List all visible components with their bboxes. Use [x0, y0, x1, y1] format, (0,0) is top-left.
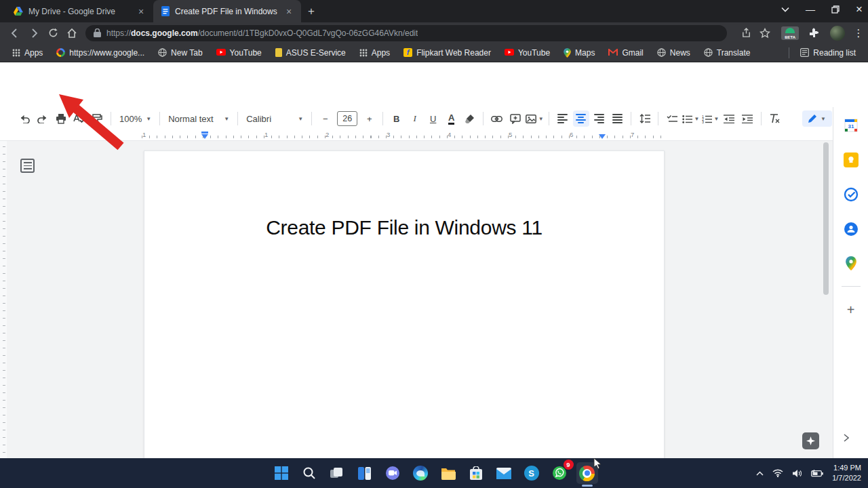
contacts-icon[interactable] [844, 222, 859, 237]
teams-chat-button[interactable] [382, 462, 403, 484]
editing-mode-button[interactable]: ▼ [802, 110, 832, 127]
tab-docs-active[interactable]: Create PDF File in Windows 11.d × [153, 0, 301, 22]
increase-font-size-button[interactable]: + [361, 110, 378, 127]
new-tab-button[interactable]: + [308, 5, 315, 18]
line-spacing-icon[interactable] [637, 110, 653, 127]
extensions-puzzle-icon[interactable] [804, 28, 823, 39]
tab-close-icon[interactable]: × [283, 6, 294, 17]
bookmark-gmail[interactable]: Gmail [603, 47, 648, 59]
decrease-indent-icon[interactable] [721, 110, 737, 127]
file-explorer-button[interactable] [437, 462, 459, 484]
bulleted-list-icon[interactable]: ▼ [682, 110, 700, 127]
bookmark-google[interactable]: https://www.google... [51, 47, 150, 59]
tab-close-icon[interactable]: × [136, 6, 146, 17]
start-button[interactable] [271, 462, 292, 484]
home-icon[interactable] [62, 28, 81, 39]
hidden-icons-chevron-icon[interactable] [756, 471, 764, 476]
skype-button[interactable]: S [521, 462, 542, 484]
back-icon[interactable] [5, 28, 24, 39]
bookmark-flipkart[interactable]: f Flipkart Web Reader [398, 47, 496, 59]
wifi-icon[interactable] [772, 469, 783, 477]
checklist-icon[interactable] [664, 110, 680, 127]
bookmark-news[interactable]: News [652, 47, 696, 59]
tasks-icon[interactable] [844, 187, 859, 202]
microsoft-store-button[interactable] [465, 462, 487, 484]
whatsapp-button[interactable]: 9 [549, 462, 570, 484]
edge-button[interactable] [410, 462, 431, 484]
reload-icon[interactable] [43, 28, 62, 38]
bookmark-youtube-2[interactable]: YouTube [499, 47, 555, 59]
document-outline-icon[interactable] [20, 159, 35, 173]
forward-icon[interactable] [24, 28, 43, 39]
align-justify-icon[interactable] [610, 110, 626, 127]
print-icon[interactable] [53, 110, 69, 127]
font-select[interactable]: Calibri▼ [242, 114, 307, 124]
lock-icon[interactable] [94, 28, 101, 37]
volume-icon[interactable] [792, 469, 802, 478]
text-color-button[interactable]: A [443, 110, 460, 127]
document-page[interactable]: Create PDF File in Windows 11 [144, 150, 665, 458]
mail-button[interactable] [493, 462, 515, 484]
tab-search-chevron-icon[interactable] [781, 7, 789, 12]
clear-formatting-icon[interactable] [766, 110, 783, 127]
bookmark-star-icon[interactable] [755, 28, 774, 39]
window-minimize-button[interactable]: — [806, 4, 815, 15]
task-view-button[interactable] [326, 462, 348, 484]
left-indent-marker[interactable] [201, 134, 208, 139]
bookmark-translate[interactable]: Translate [698, 47, 756, 59]
highlight-color-icon[interactable] [462, 110, 478, 127]
beta-extension-badge[interactable]: BETA [781, 26, 799, 40]
share-page-icon[interactable] [736, 28, 755, 38]
vertical-ruler[interactable] [0, 141, 7, 458]
reading-list-button[interactable]: Reading list [795, 47, 861, 59]
add-addon-plus-icon[interactable]: + [847, 302, 855, 318]
numbered-list-icon[interactable]: 123▼ [702, 110, 719, 127]
tab-my-drive[interactable]: My Drive - Google Drive × [5, 0, 153, 22]
bookmark-maps[interactable]: Maps [558, 47, 600, 59]
bookmark-asus[interactable]: ASUS E-Service [270, 47, 351, 59]
insert-link-icon[interactable] [489, 110, 505, 127]
window-restore-button[interactable] [831, 5, 840, 14]
document-heading-text[interactable]: Create PDF File in Windows 11 [144, 216, 664, 239]
maps-icon[interactable] [846, 256, 856, 270]
explore-button[interactable] [802, 432, 819, 449]
bold-button[interactable]: B [389, 110, 405, 127]
address-bar[interactable]: https://docs.google.com/document/d/1TBgk… [85, 25, 727, 41]
spell-check-icon[interactable] [71, 110, 87, 127]
browser-menu-kebab-icon[interactable]: ⋮ [849, 27, 868, 39]
browser-profile-avatar[interactable] [830, 26, 845, 41]
widgets-button[interactable] [354, 462, 376, 484]
vertical-scrollbar[interactable] [823, 142, 829, 295]
window-close-button[interactable]: × [856, 3, 863, 16]
undo-icon[interactable] [16, 110, 33, 127]
asus-doc-icon [275, 48, 282, 57]
paragraph-style-select[interactable]: Normal text▼ [164, 114, 233, 124]
decrease-font-size-button[interactable]: − [317, 110, 334, 127]
redo-icon[interactable] [35, 110, 51, 127]
align-left-icon[interactable] [555, 110, 571, 127]
paint-format-icon[interactable] [90, 110, 106, 127]
increase-indent-icon[interactable] [739, 110, 755, 127]
bookmark-apps[interactable]: Apps [7, 47, 48, 59]
battery-icon[interactable] [811, 470, 823, 477]
search-button[interactable] [298, 462, 320, 484]
first-line-indent-marker[interactable] [201, 131, 208, 134]
hide-side-panel-chevron-icon[interactable] [844, 434, 849, 442]
bookmark-new-tab[interactable]: New Tab [153, 47, 208, 59]
insert-image-icon[interactable]: ▼ [526, 110, 544, 127]
horizontal-ruler[interactable]: 1 1 2 3 4 5 6 7 [0, 130, 833, 141]
italic-button[interactable]: I [407, 110, 423, 127]
chrome-button[interactable] [576, 462, 598, 484]
keep-icon[interactable] [844, 152, 859, 167]
taskbar-clock[interactable]: 1:49 PM1/7/2022 [832, 463, 861, 483]
right-indent-marker[interactable] [599, 134, 606, 139]
add-comment-icon[interactable] [507, 110, 524, 127]
bookmark-youtube[interactable]: YouTube [211, 47, 267, 59]
underline-button[interactable]: U [425, 110, 441, 127]
align-center-icon[interactable] [573, 110, 589, 127]
zoom-select[interactable]: 100%▼ [115, 114, 155, 124]
calendar-icon[interactable]: 31 [844, 118, 859, 133]
font-size-input[interactable]: 26 [337, 111, 357, 126]
align-right-icon[interactable] [591, 110, 608, 127]
bookmark-apps-2[interactable]: Apps [354, 47, 395, 59]
